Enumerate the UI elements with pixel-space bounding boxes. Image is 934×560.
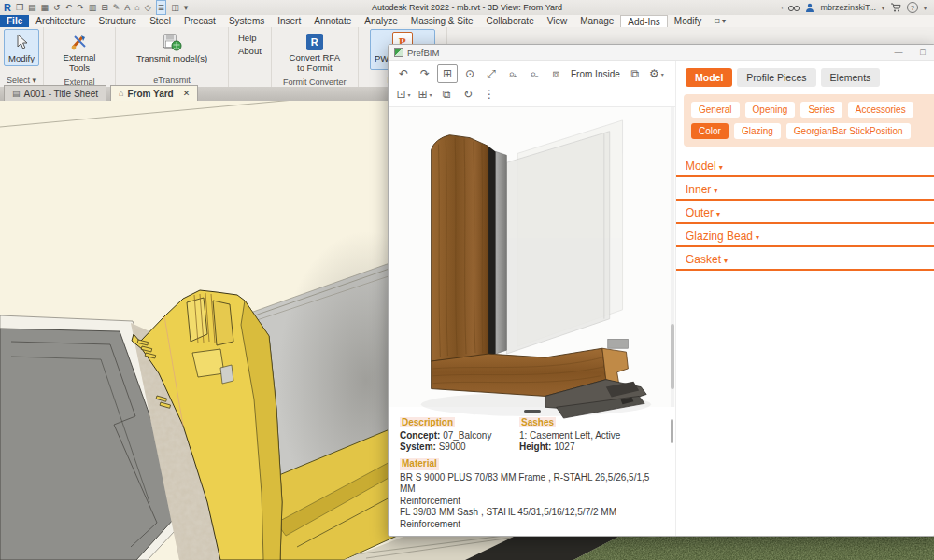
window-3d-preview[interactable] — [389, 107, 675, 407]
help-link[interactable]: Help — [238, 33, 262, 43]
redo-icon[interactable]: ↷ — [77, 1, 84, 14]
description-scrollbar[interactable] — [671, 419, 673, 443]
accordion-outer[interactable]: Outer▾ — [676, 201, 934, 224]
chip-series[interactable]: Series — [800, 102, 842, 118]
ribbon-tab-view[interactable]: View — [541, 15, 574, 27]
prefbim-title-bar[interactable]: PrefBIM — □ — [389, 45, 934, 61]
external-tools-button[interactable]: External Tools — [48, 29, 111, 77]
ribbon-tab-annotate[interactable]: Annotate — [307, 15, 358, 27]
user-avatar-icon[interactable] — [805, 3, 814, 12]
view-tab-title-sheet[interactable]: ▤ A001 - Title Sheet — [4, 85, 106, 101]
chip-accessories[interactable]: Accessories — [848, 102, 913, 118]
user-name[interactable]: mbrzezinskiT... — [820, 3, 876, 12]
material-line: Reinforcement — [400, 496, 666, 508]
layers-icon[interactable]: ⧉ — [437, 86, 456, 103]
chevron-down-icon: ▾ — [716, 210, 720, 218]
modify-button[interactable]: Modify — [4, 29, 39, 66]
ribbon-tab-precast[interactable]: Precast — [177, 15, 222, 27]
fit-view-icon[interactable]: ⊞ — [437, 64, 458, 83]
qat-dropdown-icon[interactable]: ▾ — [184, 1, 189, 14]
ribbon-tab-massing-site[interactable]: Massing & Site — [404, 15, 480, 27]
print-icon[interactable]: ▥ — [89, 1, 97, 14]
window-icon[interactable]: ❒ — [16, 1, 23, 14]
ribbon-tab-structure[interactable]: Structure — [92, 15, 144, 27]
search-icon[interactable] — [788, 4, 800, 12]
zoom-in-icon[interactable]: ⌕+ — [503, 65, 522, 82]
text-icon[interactable]: A — [124, 1, 130, 14]
fullscreen-icon[interactable]: ⤢ — [482, 65, 501, 82]
ribbon-tab-modify[interactable]: Modify — [668, 15, 708, 27]
chip-general[interactable]: General — [691, 102, 740, 118]
ribbon-tab-architecture[interactable]: Architecture — [29, 15, 92, 27]
accordion-gasket[interactable]: Gasket▾ — [676, 247, 934, 271]
transmit-icon — [162, 32, 182, 52]
prefbim-window-icon — [394, 48, 403, 57]
draw-icon[interactable]: ✎ — [113, 1, 120, 14]
ribbon-tab-insert[interactable]: Insert — [271, 15, 307, 27]
minimize-button[interactable]: — — [886, 46, 911, 60]
rotate-icon[interactable]: ↻ — [459, 86, 477, 103]
convert-rfa-button[interactable]: R Convert RFA to Formit — [283, 29, 347, 77]
prefbim-settings-pane: ModelProfile PiecesElements GeneralOpeni… — [676, 61, 934, 536]
grid-edit-icon[interactable]: ⊞▾ — [416, 86, 434, 103]
material-line: BR S 9000 PLUS 70/83 MM Frame , R-STAHL … — [400, 472, 666, 496]
selection-settings-icon[interactable]: ⊡▾ — [394, 86, 413, 103]
measure-icon[interactable]: ⊟ — [101, 1, 108, 14]
section-box-icon[interactable]: ⧉ — [626, 65, 644, 82]
open-icon[interactable]: ▤ — [28, 1, 36, 14]
ribbon-tab-steel[interactable]: Steel — [143, 15, 177, 27]
material-line: FL 39/83 MM Sash , STAHL 45/31,5/16/12,5… — [400, 507, 666, 530]
view-cube-icon[interactable]: ⧈ — [546, 65, 565, 82]
preview-scrollbar[interactable] — [671, 107, 674, 407]
system-value: S9000 — [439, 441, 466, 452]
revit-logo[interactable]: R — [4, 1, 11, 14]
ribbon-tab-analyze[interactable]: Analyze — [358, 15, 404, 27]
collaborate-icon[interactable]: ◫ — [171, 1, 179, 14]
chip-glazing[interactable]: Glazing — [734, 123, 781, 139]
more-options-icon[interactable]: ⋮ — [480, 86, 499, 103]
redo-icon[interactable]: ↷ — [416, 65, 434, 82]
save-icon[interactable]: ▦ — [41, 1, 50, 14]
collapse-icon[interactable]: ‹ — [781, 5, 783, 10]
about-link[interactable]: About — [238, 46, 262, 56]
chip-georgianbar-stickposition[interactable]: GeorgianBar StickPosition — [786, 123, 911, 139]
thin-lines-icon[interactable]: ≣ — [156, 0, 167, 15]
undo-icon[interactable]: ↶ — [65, 1, 73, 14]
user-dropdown-icon[interactable]: ▾ — [882, 5, 884, 11]
ribbon-tab-manage[interactable]: Manage — [573, 15, 620, 27]
quick-access-toolbar: R❒▤▦↺↶↷▥⊟✎A⌂◇≣◫▾ — [0, 0, 188, 15]
settings-tab-model[interactable]: Model — [686, 68, 732, 87]
display-settings-icon[interactable]: ⚙▾ — [647, 65, 666, 82]
undo-icon[interactable]: ↶ — [394, 65, 413, 82]
sync-icon[interactable]: ↺ — [53, 1, 61, 14]
cart-icon[interactable] — [890, 3, 901, 12]
zoom-out-icon[interactable]: ⌕− — [525, 65, 544, 82]
view-tab-from-yard[interactable]: ⌂ From Yard ✕ — [110, 85, 198, 101]
ribbon-display-toggle[interactable]: ⊡▾ — [708, 15, 731, 27]
ribbon-tab-systems[interactable]: Systems — [222, 15, 271, 27]
accordion-glazing-bead[interactable]: Glazing Bead▾ — [676, 224, 934, 247]
ribbon-tab-collaborate[interactable]: Collaborate — [480, 15, 541, 27]
ribbon-tab-add-ins[interactable]: Add-Ins — [620, 15, 667, 27]
help-icon[interactable]: ? — [907, 2, 918, 13]
settings-tab-profile-pieces[interactable]: Profile Pieces — [737, 68, 815, 87]
chip-color[interactable]: Color — [691, 123, 729, 139]
from-inside-label[interactable]: From Inside — [568, 69, 623, 79]
chip-opening[interactable]: Opening — [745, 102, 796, 118]
app-title-bar: Autodesk Revit 2022 - mb.rvt - 3D View: … — [0, 0, 934, 16]
focus-icon[interactable]: ⊙ — [460, 65, 479, 82]
section-icon[interactable]: ◇ — [145, 1, 151, 14]
home-view-icon[interactable]: ⌂ — [134, 1, 139, 14]
ribbon-tab-file[interactable]: File — [0, 15, 29, 27]
external-tools-icon — [70, 32, 89, 52]
material-header: Material — [400, 458, 439, 470]
close-view-icon[interactable]: ✕ — [183, 89, 191, 98]
sheet-icon: ▤ — [12, 89, 21, 98]
help-dropdown-icon[interactable]: ▾ — [924, 5, 927, 11]
settings-tab-elements[interactable]: Elements — [821, 68, 881, 87]
accordion-inner[interactable]: Inner▾ — [676, 177, 934, 201]
transmit-models-button[interactable]: Transmit model(s) — [132, 29, 212, 66]
accordion-model[interactable]: Model▾ — [676, 154, 934, 177]
ribbon-panel-help-about: Help About — [229, 27, 272, 87]
maximize-button[interactable]: □ — [911, 46, 934, 60]
